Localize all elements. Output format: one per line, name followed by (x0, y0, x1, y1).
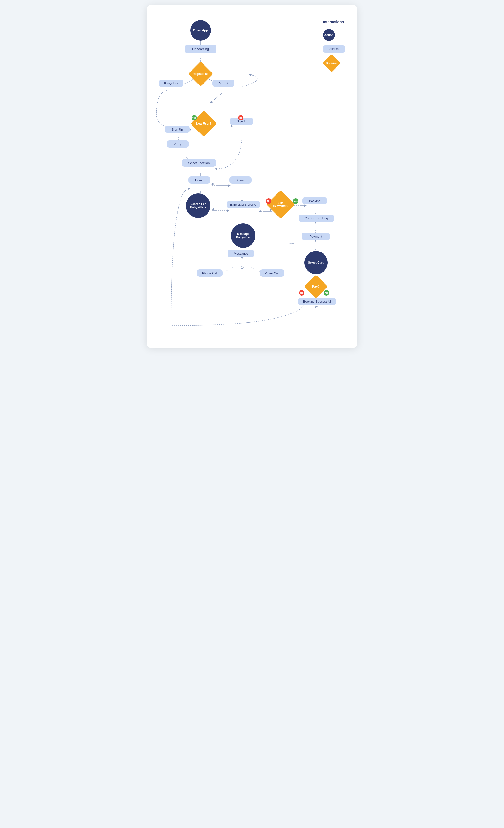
legend-title: Interactions (323, 19, 344, 24)
babysitter-node: Babysitter (159, 80, 183, 87)
register-as-node: Register as (187, 64, 214, 84)
like-babysitter-node: Like Babysitter? (266, 194, 295, 215)
legend-decision-wrap: Decision (323, 57, 340, 69)
pay-no-badge: No (299, 290, 304, 296)
payment-node: Payment (302, 233, 330, 240)
sign-up-node: Sign Up (165, 126, 190, 133)
booking-node: Booking (302, 197, 327, 205)
svg-point-29 (241, 266, 243, 268)
like-babysitter-no-badge: No (266, 198, 271, 204)
legend-decision-item: Decision (323, 57, 340, 69)
booking-successful-node: Booking Successful (298, 298, 336, 305)
legend-screen-rect: Screen (323, 45, 345, 53)
legend-decision-label: Decision (326, 62, 337, 65)
select-card-node: Select Card (304, 251, 328, 274)
phone-call-node: Phone Call (197, 270, 223, 277)
legend: Interactions Action Screen Decision (323, 19, 345, 69)
parent-node: Parent (212, 80, 235, 87)
legend-decision-diamond: Decision (323, 54, 341, 72)
like-babysitter-yes-badge: Yes (293, 198, 298, 204)
pay-yes-badge: Yes (324, 290, 329, 296)
search-babysitters-node: Search For Babysitters (186, 194, 210, 218)
message-babysitter-node: Message Babysitter (231, 223, 255, 248)
search-node: Search (229, 176, 252, 184)
new-user-yes-badge: Yes (192, 115, 197, 121)
legend-screen-item: Screen (323, 45, 345, 53)
legend-action-circle: Action (323, 29, 335, 41)
babysitter-profile-node: Babysitter's profile (226, 201, 260, 208)
select-location-node: Select Location (182, 159, 216, 167)
new-user-no-badge: No (238, 115, 243, 121)
video-call-node: Video Call (260, 270, 284, 277)
flowchart-card: Interactions Action Screen Decision (147, 5, 357, 348)
svg-line-5 (210, 93, 222, 103)
pay-node: Pay? (305, 277, 327, 296)
confirm-booking-node: Confirm Booking (298, 214, 334, 222)
messages-node: Messages (227, 250, 254, 257)
open-app-node: Open App (190, 20, 211, 41)
legend-action-item: Action (323, 29, 335, 41)
home-node: Home (188, 176, 210, 184)
onboarding-node: Onboarding (185, 45, 216, 53)
verify-node: Verify (167, 140, 189, 148)
